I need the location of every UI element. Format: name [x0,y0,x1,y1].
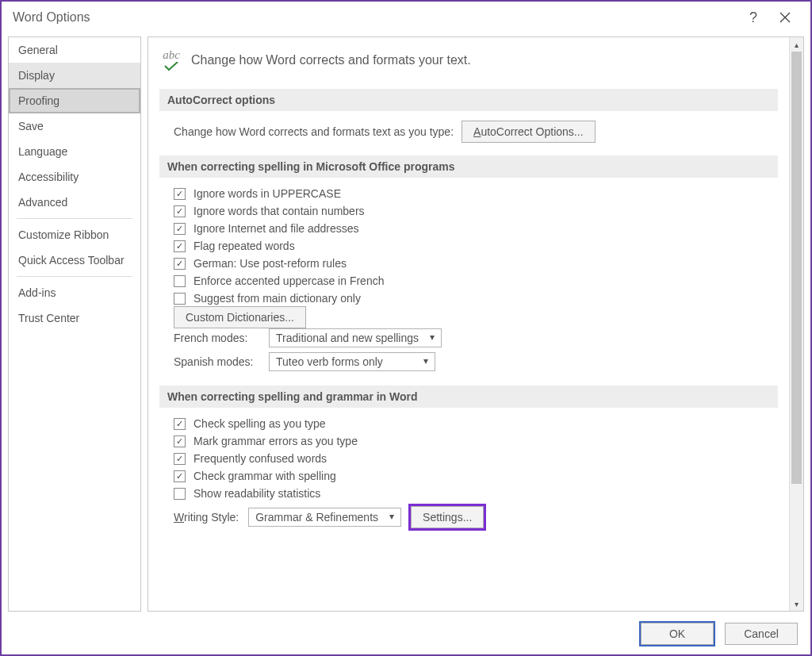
checkbox[interactable] [174,258,186,270]
settings-button[interactable]: Settings... [411,506,484,528]
scroll-up-icon[interactable]: ▴ [790,37,803,52]
checkbox[interactable] [174,205,186,217]
section-word-header: When correcting spelling and grammar in … [159,386,778,408]
scrollbar[interactable]: ▴ ▾ [789,37,803,611]
autocorrect-text: Change how Word corrects and formats tex… [174,125,454,138]
dialog-footer: OK Cancel [2,615,810,654]
french-modes-row: French modes: Traditional and new spelli… [174,328,778,347]
sidebar-item-general[interactable]: General [9,37,140,63]
titlebar: Word Options ? [2,2,810,33]
sidebar-separator [17,276,132,277]
checkbox-label: Enforce accented uppercase in French [193,274,384,287]
checkbox-label: Mark grammar errors as you type [193,435,358,447]
checkbox[interactable] [174,240,186,252]
section-office-header: When correcting spelling in Microsoft Of… [159,155,778,178]
sidebar-item-add-ins[interactable]: Add-ins [9,280,140,305]
check-row: Ignore words that contain numbers [174,205,778,217]
checkbox-label: Ignore Internet and file addresses [193,222,359,235]
close-button[interactable] [769,2,801,33]
sidebar-item-save[interactable]: Save [9,113,140,139]
check-row: Check grammar with spelling [174,470,778,482]
checkbox[interactable] [174,223,186,235]
checkbox[interactable] [174,293,186,305]
check-row: Suggest from main dictionary only [174,292,778,305]
sidebar-item-advanced[interactable]: Advanced [9,190,140,215]
sidebar-item-language[interactable]: Language [9,139,140,164]
sidebar-item-accessibility[interactable]: Accessibility [9,164,140,190]
checkbox[interactable] [174,470,186,482]
checkbox-label: Suggest from main dictionary only [193,292,361,305]
checkbox[interactable] [174,275,186,287]
spanish-modes-select[interactable]: Tuteo verb forms only [269,352,435,371]
intro-text: Change how Word corrects and formats you… [191,53,471,67]
checkbox-label: Check grammar with spelling [193,470,336,482]
check-row: Ignore Internet and file addresses [174,222,778,235]
checkbox-label: Ignore words in UPPERCASE [193,187,341,200]
scroll-down-icon[interactable]: ▾ [790,597,803,611]
check-row: German: Use post-reform rules [174,257,778,270]
sidebar: GeneralDisplayProofingSaveLanguageAccess… [8,36,141,612]
checkbox[interactable] [174,188,186,200]
dialog-body: GeneralDisplayProofingSaveLanguageAccess… [2,33,810,615]
sidebar-item-quick-access-toolbar[interactable]: Quick Access Toolbar [9,247,140,273]
checkbox-label: Check spelling as you type [193,417,326,430]
scroll-thumb[interactable] [791,52,802,484]
check-row: Check spelling as you type [174,417,778,430]
checkbox[interactable] [174,435,186,447]
spanish-modes-label: Spanish modes: [174,355,258,368]
writing-style-row: Writing Style: Grammar & Refinements Set… [174,506,778,528]
writing-style-select[interactable]: Grammar & Refinements [248,508,401,527]
close-icon [779,12,791,23]
writing-style-label: Writing Style: [174,511,239,524]
section-autocorrect-header: AutoCorrect options [159,89,778,111]
sidebar-item-trust-center[interactable]: Trust Center [9,305,140,331]
content-wrap: abc Change how Word corrects and formats… [147,36,804,612]
checkbox-label: Frequently confused words [193,452,327,465]
intro-row: abc Change how Word corrects and formats… [159,40,778,84]
french-modes-label: French modes: [174,332,258,344]
checkbox[interactable] [174,488,186,500]
checkbox-label: Show readability statistics [193,487,320,500]
custom-dictionaries-button[interactable]: Custom Dictionaries... [174,306,306,328]
check-row: Mark grammar errors as you type [174,435,778,447]
sidebar-item-customize-ribbon[interactable]: Customize Ribbon [9,222,140,247]
sidebar-separator [17,218,132,219]
check-row: Ignore words in UPPERCASE [174,187,778,200]
sidebar-item-display[interactable]: Display [9,63,140,88]
check-row: Frequently confused words [174,452,778,465]
content: abc Change how Word corrects and formats… [148,37,789,611]
help-button[interactable]: ? [737,2,769,33]
window-title: Word Options [13,10,90,25]
checkbox-label: German: Use post-reform rules [193,257,347,270]
checkbox-label: Flag repeated words [193,240,295,252]
checkbox-label: Ignore words that contain numbers [193,205,365,217]
cancel-button[interactable]: Cancel [725,623,798,645]
ok-button[interactable]: OK [641,623,714,645]
checkbox[interactable] [174,418,186,430]
autocorrect-row: Change how Word corrects and formats tex… [159,121,778,143]
check-row: Show readability statistics [174,487,778,500]
spanish-modes-row: Spanish modes: Tuteo verb forms only [174,352,778,371]
sidebar-item-proofing[interactable]: Proofing [9,88,140,113]
check-row: Enforce accented uppercase in French [174,274,778,287]
check-row: Flag repeated words [174,240,778,252]
autocorrect-options-button[interactable]: AutoCorrect Options... [462,121,596,143]
french-modes-select[interactable]: Traditional and new spellings [269,328,442,347]
checkbox[interactable] [174,453,186,465]
proofing-icon: abc [159,48,183,71]
